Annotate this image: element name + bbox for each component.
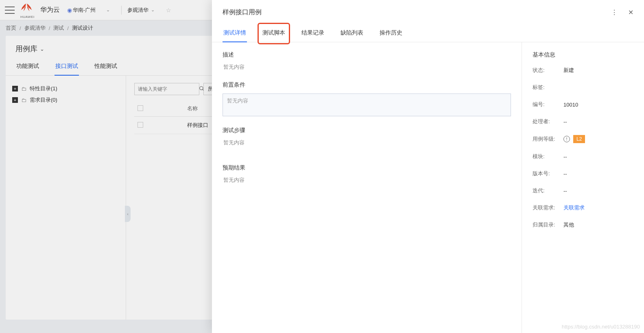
section-description: 描述 暂无内容 — [223, 51, 511, 71]
info-label: 状态: — [533, 67, 563, 74]
section-precondition: 前置条件 暂无内容 — [223, 81, 511, 116]
info-row-version: 版本号: -- — [533, 170, 633, 177]
chevron-down-icon: ⌄ — [40, 46, 44, 52]
info-value[interactable]: -- — [563, 171, 567, 177]
tab-performance-test[interactable]: 性能测试 — [94, 58, 118, 75]
tab-interface-test[interactable]: 接口测试 — [55, 58, 79, 76]
info-label: 模块: — [533, 153, 563, 160]
breadcrumb-item: 测试设计 — [72, 24, 93, 32]
info-value[interactable]: 新建 — [563, 67, 574, 74]
ptab-results[interactable]: 结果记录 — [301, 24, 325, 42]
info-value[interactable]: 其他 — [563, 221, 574, 229]
section-label: 前置条件 — [223, 81, 511, 89]
side-title: 基本信息 — [533, 51, 633, 59]
breadcrumb-sep: / — [20, 25, 21, 31]
tree-item-label: 需求目录(0) — [30, 96, 57, 104]
ptab-script[interactable]: 测试脚本 — [262, 24, 286, 42]
info-label: 编号: — [533, 101, 563, 108]
info-label: 标签: — [533, 84, 563, 91]
level-badge[interactable]: L2 — [573, 135, 585, 143]
checkbox-all[interactable] — [138, 105, 143, 111]
chevron-down-icon[interactable]: ⌄ — [151, 7, 155, 13]
info-value[interactable]: -- — [563, 119, 567, 125]
detail-panel: 样例接口用例 ⋮ ✕ 测试详情 测试脚本 结果记录 缺陷列表 操作历史 描述 暂… — [212, 0, 644, 333]
library-title-text: 用例库 — [15, 44, 37, 54]
info-row-tags: 标签: — [533, 84, 633, 91]
project-selector[interactable]: 参观清华 — [127, 7, 148, 14]
panel-body: 描述 暂无内容 前置条件 暂无内容 测试步骤 暂无内容 预期结果 暂无内容 基本… — [212, 42, 644, 333]
logo-subtext: HUAWEI — [20, 15, 35, 19]
info-label: 关联需求: — [533, 204, 563, 211]
region-selector[interactable]: 华南-广州 — [73, 7, 96, 14]
info-row-iteration: 迭代: -- — [533, 187, 633, 194]
directory-tree: + 🗀 特性目录(1) + 🗀 需求目录(0) ‹ — [6, 76, 126, 320]
search-field[interactable] — [138, 86, 199, 92]
info-row-level: 用例等级: ! L2 — [533, 135, 633, 143]
panel-head: 样例接口用例 ⋮ ✕ — [212, 0, 644, 24]
ptab-detail[interactable]: 测试详情 — [223, 24, 247, 42]
panel-tabs: 测试详情 测试脚本 结果记录 缺陷列表 操作历史 — [212, 24, 644, 42]
section-label: 测试步骤 — [223, 127, 511, 134]
folder-icon: 🗀 — [21, 97, 26, 103]
panel-title: 样例接口用例 — [223, 8, 262, 17]
info-row-directory: 归属目录: 其他 — [533, 221, 633, 229]
info-label: 用例等级: — [533, 135, 563, 143]
checkbox-row[interactable] — [138, 122, 143, 128]
info-label: 版本号: — [533, 170, 563, 177]
precondition-textarea[interactable]: 暂无内容 — [223, 94, 511, 116]
ptab-history[interactable]: 操作历史 — [379, 24, 403, 42]
section-label: 描述 — [223, 51, 511, 59]
tab-functional-test[interactable]: 功能测试 — [15, 58, 40, 75]
section-steps: 测试步骤 暂无内容 — [223, 127, 511, 146]
breadcrumb-sep: / — [49, 25, 50, 31]
breadcrumb-sep: / — [67, 25, 69, 31]
breadcrumb-item[interactable]: 参观清华 — [24, 24, 46, 32]
folder-icon: 🗀 — [21, 86, 26, 92]
info-value[interactable]: -- — [563, 154, 567, 160]
warning-icon: ! — [563, 136, 570, 142]
info-row-handler: 处理者: -- — [533, 118, 633, 125]
ptab-defects[interactable]: 缺陷列表 — [340, 24, 364, 42]
section-expected: 预期结果 暂无内容 — [223, 164, 511, 184]
tree-item-label: 特性目录(1) — [30, 85, 57, 92]
divider — [121, 6, 122, 15]
panel-actions: ⋮ ✕ — [611, 9, 633, 16]
info-label: 归属目录: — [533, 221, 563, 229]
huawei-logo: HUAWEI — [20, 2, 35, 19]
star-icon[interactable]: ☆ — [166, 7, 171, 13]
empty-text: 暂无内容 — [223, 139, 511, 146]
sidebar-collapse-handle[interactable]: ‹ — [125, 206, 131, 222]
tree-item-feature-dir[interactable]: + 🗀 特性目录(1) — [12, 83, 119, 94]
info-row-id: 编号: 10010 — [533, 101, 633, 108]
breadcrumb-item[interactable]: 首页 — [6, 24, 16, 32]
panel-main: 描述 暂无内容 前置条件 暂无内容 测试步骤 暂无内容 预期结果 暂无内容 — [212, 42, 522, 333]
chevron-down-icon[interactable]: ⌄ — [106, 7, 110, 13]
expand-icon[interactable]: + — [12, 97, 18, 103]
brand-name: 华为云 — [40, 6, 60, 14]
empty-text: 暂无内容 — [223, 63, 511, 71]
breadcrumb-item[interactable]: 测试 — [53, 24, 64, 32]
info-value: 10010 — [563, 102, 578, 108]
tree-item-requirement-dir[interactable]: + 🗀 需求目录(0) — [12, 94, 119, 106]
close-icon[interactable]: ✕ — [628, 9, 633, 16]
info-row-status: 状态: 新建 — [533, 67, 633, 74]
location-pin-icon: ◉ — [67, 7, 72, 13]
watermark: https://blog.csdn.net/u013288190 — [562, 324, 640, 330]
info-label: 处理者: — [533, 118, 563, 125]
info-label: 迭代: — [533, 187, 563, 194]
panel-side: 基本信息 状态: 新建 标签: 编号: 10010 处理者: -- 用例等级: … — [522, 42, 644, 333]
hamburger-icon[interactable] — [5, 7, 15, 14]
more-icon[interactable]: ⋮ — [611, 9, 618, 16]
expand-icon[interactable]: + — [12, 86, 18, 91]
info-value[interactable]: -- — [563, 188, 567, 194]
svg-point-0 — [200, 86, 203, 89]
empty-text: 暂无内容 — [223, 176, 511, 184]
info-row-related-req: 关联需求: 关联需求 — [533, 204, 633, 211]
search-input[interactable] — [134, 83, 199, 95]
section-label: 预期结果 — [223, 164, 511, 172]
related-requirement-link[interactable]: 关联需求 — [563, 204, 585, 211]
info-row-module: 模块: -- — [533, 153, 633, 160]
